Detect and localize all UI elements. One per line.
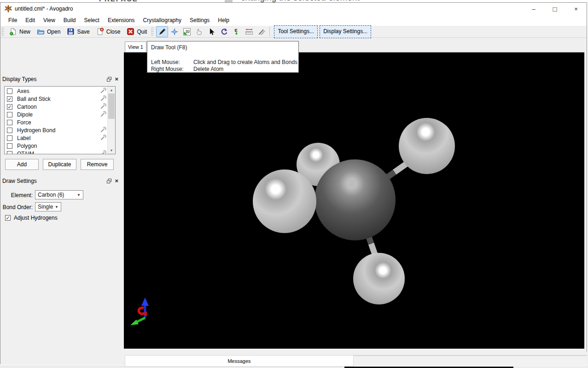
auto-rotate-tool-icon [220, 28, 228, 36]
draw-tool-button[interactable] [156, 26, 168, 37]
wrench-settings-icon[interactable] [100, 103, 106, 111]
bond-order-value: Single [38, 204, 53, 210]
hydrogen-atom[interactable] [253, 169, 316, 233]
element-label: Element: [0, 192, 33, 199]
display-type-checkbox[interactable] [7, 143, 12, 149]
menu-help[interactable]: Help [214, 15, 233, 25]
tooltip-title: Draw Tool (F8) [151, 44, 187, 51]
chevron-down-icon: ▼ [55, 205, 58, 209]
carbon-atom[interactable] [314, 159, 396, 240]
scrollbar-up-icon[interactable]: ▲ [108, 87, 115, 93]
messages-strip-rest [354, 355, 587, 367]
menu-settings[interactable]: Settings [186, 15, 214, 25]
minimize-button[interactable]: – [523, 3, 544, 15]
window-title: untitled.cml* - Avogadro [15, 6, 73, 12]
display-type-checkbox[interactable] [7, 88, 12, 94]
chevron-down-icon: ▼ [77, 193, 81, 197]
close-panel-icon[interactable]: × [115, 76, 118, 82]
display-settings-button[interactable]: Display Settings... [320, 25, 371, 38]
menu-edit[interactable]: Edit [21, 15, 39, 25]
display-type-row[interactable]: Dipole [5, 111, 108, 118]
selection-tool-button[interactable] [206, 26, 218, 37]
duplicate-display-type-button[interactable]: Duplicate [43, 159, 76, 170]
adjust-hydrogens-label: Adjust Hydrogens [14, 215, 58, 221]
new-button[interactable]: New [6, 27, 34, 36]
menu-view[interactable]: View [39, 15, 59, 25]
bond-order-select[interactable]: Single ▼ [35, 202, 61, 211]
bond-centric-tool-icon: 90 [183, 28, 191, 36]
display-type-checkbox[interactable]: ✓ [7, 96, 12, 102]
measure-tool-button[interactable] [243, 26, 255, 37]
display-types-scrollbar[interactable]: ▲ ▼ [107, 87, 115, 154]
display-type-checkbox[interactable] [7, 112, 12, 117]
hydrogen-atom[interactable] [399, 118, 455, 174]
display-settings-label: Display Settings... [323, 28, 367, 35]
display-type-row[interactable]: Label [5, 134, 108, 142]
draw-settings-title: Draw Settings [2, 178, 37, 184]
display-types-title: Display Types [2, 76, 36, 82]
close-file-button[interactable]: Close [93, 27, 124, 36]
menu-build[interactable]: Build [59, 15, 80, 25]
display-type-row[interactable]: Force [5, 118, 108, 126]
display-type-label: Polygon [17, 143, 37, 149]
display-type-checkbox[interactable] [7, 120, 12, 125]
display-type-row[interactable]: Polygon [5, 142, 108, 150]
quit-button[interactable]: Quit [123, 27, 150, 36]
save-button[interactable]: Save [64, 27, 93, 36]
navigate-tool-button[interactable] [169, 26, 180, 37]
display-type-checkbox[interactable] [7, 135, 12, 141]
wrench-settings-icon[interactable] [100, 134, 106, 142]
auto-optimize-tool-button[interactable]: E [231, 26, 243, 37]
manipulate-tool-button[interactable] [193, 26, 205, 37]
display-type-row[interactable]: Hydrogen Bond [5, 126, 108, 134]
align-tool-button[interactable] [256, 26, 268, 37]
open-file-icon [37, 28, 45, 35]
wrench-settings-icon[interactable] [100, 95, 106, 103]
toolbar-grip-handle[interactable] [2, 28, 4, 36]
window-controls: – □ × [523, 3, 587, 15]
display-type-checkbox[interactable] [7, 151, 12, 155]
close-panel-icon[interactable]: × [115, 178, 118, 184]
display-type-checkbox[interactable]: ✓ [7, 104, 12, 110]
draw-settings-panel-header: Draw Settings × [0, 176, 121, 186]
display-type-row[interactable]: ✓Ball and Stick [5, 95, 108, 103]
remove-display-type-button[interactable]: Remove [81, 159, 114, 170]
close-button[interactable]: × [565, 3, 587, 15]
menu-extensions[interactable]: Extensions [104, 15, 139, 25]
wrench-settings-icon[interactable] [100, 127, 106, 134]
display-type-row[interactable]: QTAIM [5, 150, 108, 154]
close-file-button-label: Close [106, 29, 121, 35]
scrollbar-down-icon[interactable]: ▼ [108, 147, 115, 154]
scrollbar-thumb[interactable] [108, 93, 115, 119]
messages-tab[interactable]: Messages [125, 355, 354, 367]
display-type-row[interactable]: ✓Cartoon [5, 103, 108, 111]
tooltip-row: Left Mouse:Click and Drag to create Atom… [151, 58, 297, 65]
wrench-settings-icon[interactable] [100, 150, 106, 155]
wrench-settings-icon[interactable] [100, 88, 106, 95]
float-panel-icon[interactable] [106, 76, 112, 82]
element-select[interactable]: Carbon (6) ▼ [35, 190, 83, 199]
open-button[interactable]: Open [34, 27, 64, 36]
float-panel-icon[interactable] [106, 178, 112, 184]
wrench-settings-icon[interactable] [100, 111, 106, 118]
menu-crystallography[interactable]: Crystallography [139, 15, 186, 25]
menu-select[interactable]: Select [80, 15, 104, 25]
view-tab[interactable]: View 1 [125, 41, 146, 52]
screen: PREFACE changing the selected element un… [0, 0, 588, 368]
hydrogen-atom[interactable] [353, 253, 405, 304]
bond-centric-tool-button[interactable]: 90 [181, 26, 193, 37]
add-display-type-button[interactable]: Add [5, 159, 39, 170]
tool-settings-button[interactable]: Tool Settings... [274, 25, 318, 38]
maximize-button[interactable]: □ [544, 3, 565, 15]
auto-rotate-tool-button[interactable] [218, 26, 230, 37]
molecule-viewport[interactable] [124, 52, 584, 349]
display-type-checkbox[interactable] [7, 128, 12, 133]
title-bar: untitled.cml* - Avogadro – □ × [0, 3, 587, 15]
tooltip-mouse-button: Left Mouse: [151, 59, 193, 65]
menu-bar: FileEditViewBuildSelectExtensionsCrystal… [0, 15, 587, 26]
toolbar-grip-handle-2[interactable] [151, 28, 154, 36]
adjust-hydrogens-checkbox[interactable]: ✓ [5, 215, 11, 221]
display-type-label: Cartoon [17, 104, 37, 110]
menu-file[interactable]: File [4, 15, 21, 25]
display-type-row[interactable]: Axes [5, 87, 108, 95]
